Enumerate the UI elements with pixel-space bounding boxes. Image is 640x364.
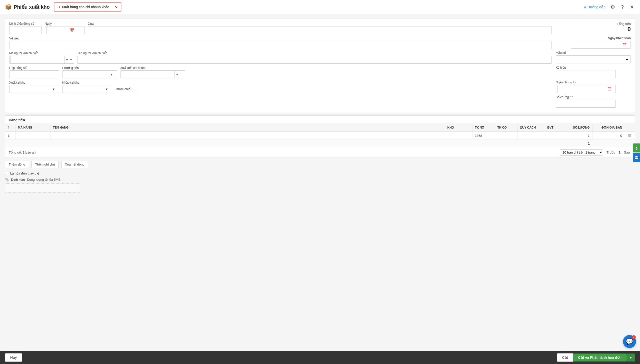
- col-ma-hang: MÃ HÀNG: [15, 124, 50, 132]
- so-chung-tu-label: Số chứng từ: [556, 95, 631, 99]
- close-chat-button[interactable]: ✕: [632, 335, 636, 339]
- summary-row: 1: [5, 140, 635, 147]
- type-dropdown-wrapper[interactable]: 1. Xuất bán hàng 2. Xuất nội bộ 3. Xuất …: [54, 2, 121, 12]
- huy-button[interactable]: Hủy: [5, 353, 22, 362]
- help-button[interactable]: ?: [620, 4, 625, 10]
- ma-hang-input[interactable]: [18, 134, 48, 138]
- table-scroll: # MÃ HÀNG TÊN HÀNG KHO TK NỢ TK CÓ QUY C…: [5, 124, 635, 147]
- cell-delete[interactable]: 🗑: [625, 132, 635, 140]
- bottom-bar: Hủy Cắt Cắt và Phát hành hóa đơn ▼: [0, 351, 640, 364]
- hop-dong-so-input[interactable]: [9, 70, 59, 78]
- so-chung-tu-input[interactable]: [556, 100, 616, 108]
- col-quy-cach: QUY CÁCH: [517, 124, 545, 132]
- tham-chieu-dots[interactable]: ...: [134, 87, 138, 91]
- ngay-hach-toan-input[interactable]: 13/10/2022 19:23:54: [572, 43, 621, 47]
- close-button[interactable]: ✕: [629, 4, 635, 10]
- lenh-dieu-dong-input[interactable]: [9, 26, 42, 34]
- ngay-input[interactable]: 13/10/2022: [47, 26, 69, 34]
- phat-hanh-button[interactable]: Cắt và Phát hành hóa đơn: [573, 354, 627, 362]
- side-chat-button[interactable]: 💬: [633, 153, 640, 162]
- cell-dvt[interactable]: [545, 132, 565, 140]
- col-dvt: ĐVT: [545, 124, 565, 132]
- ma-nguoi-van-chuyen-label: Mã người vận chuyển: [9, 52, 74, 55]
- ma-nguoi-caret-button[interactable]: ▼: [69, 58, 73, 62]
- col-tk-co: TK CÓ: [495, 124, 517, 132]
- them-dong-button[interactable]: Thêm dòng: [5, 161, 29, 168]
- per-page-select[interactable]: 20 bản ghi trên 1 trang 50 bản ghi trên …: [560, 149, 603, 156]
- pagination-controls: 20 bản ghi trên 1 trang 50 bản ghi trên …: [560, 149, 631, 156]
- main-content: Lệnh điều động số Ngày 13/10/2022 📅 Của: [0, 14, 640, 351]
- prev-page-button[interactable]: Trước: [605, 150, 616, 155]
- cat-button[interactable]: Cắt: [557, 353, 573, 362]
- nhap-tai-kho-input[interactable]: [64, 85, 104, 93]
- ma-nguoi-add-button[interactable]: +: [65, 58, 69, 62]
- xuat-tai-kho-dropdown-icon[interactable]: ▼: [52, 88, 55, 91]
- huong-dan-link[interactable]: 🖥 Hướng dẫn: [583, 5, 605, 9]
- phuong-tien-label: Phương tiện: [62, 66, 117, 70]
- settings-button[interactable]: ⚙: [609, 4, 616, 10]
- ten-hang-input[interactable]: [53, 134, 442, 138]
- dinh-kem-row: 📎 Đính kèm Dung lượng tối đa 5MB: [5, 177, 635, 182]
- total-records: Tổng số: 1 bản ghi: [9, 150, 36, 154]
- dinh-kem-dropzone[interactable]: [5, 184, 80, 192]
- kho-input[interactable]: [448, 134, 470, 138]
- cell-ten-hang[interactable]: [50, 132, 445, 140]
- cell-quy-cach[interactable]: [517, 132, 545, 140]
- side-arrow-button[interactable]: ❯: [633, 144, 640, 152]
- xoa-het-dong-button[interactable]: Xóa hết dòng: [61, 161, 88, 168]
- them-ghi-chu-button[interactable]: Thêm ghi chú: [32, 161, 59, 168]
- phuong-tien-input[interactable]: [64, 70, 109, 78]
- dvt-input[interactable]: [547, 134, 562, 138]
- phat-hanh-label: Cắt và Phát hành hóa đơn: [578, 356, 622, 360]
- dinh-kem-label: Đính kèm: [11, 178, 25, 182]
- delete-row-button[interactable]: 🗑: [628, 133, 632, 138]
- xuat-den-chi-nhanh-dropdown-icon[interactable]: ▼: [175, 73, 179, 76]
- hang-tien-section: Hàng tiền # MÃ HÀNG TÊN HÀNG KHO TK NỢ T…: [5, 115, 635, 158]
- ve-viec-label: Về việc: [9, 37, 552, 40]
- cell-ma-hang[interactable]: [15, 132, 50, 140]
- cell-tk-no: 1368: [472, 132, 495, 140]
- type-select[interactable]: 1. Xuất bán hàng 2. Xuất nội bộ 3. Xuất …: [57, 5, 118, 9]
- phat-hanh-arrow-button[interactable]: ▼: [626, 354, 635, 362]
- ten-nguoi-van-chuyen-input[interactable]: [77, 56, 552, 64]
- checkbox-row: Là hóa đơn thay thế: [5, 170, 635, 177]
- col-stt: #: [5, 124, 15, 132]
- table-header-row: # MÃ HÀNG TÊN HÀNG KHO TK NỢ TK CÓ QUY C…: [5, 124, 635, 132]
- ngay-label: Ngày: [45, 22, 85, 26]
- cua-input[interactable]: [88, 26, 552, 34]
- mau-so-select[interactable]: [557, 56, 629, 64]
- tk-co-input[interactable]: [498, 134, 515, 138]
- ve-viec-input[interactable]: Xuất hàng cho chi nhánh khác: [9, 41, 552, 49]
- chat-bubble[interactable]: 💬 ✕: [623, 335, 636, 348]
- ky-hieu-label: Ký hiệu: [556, 66, 631, 70]
- page-title-text: Phiếu xuất kho: [14, 4, 50, 10]
- lenh-dieu-dong-label: Lệnh điều động số: [9, 22, 42, 26]
- phuong-tien-dropdown-icon[interactable]: ▼: [110, 73, 113, 76]
- cell-don-gia-ban: 0: [592, 132, 625, 140]
- la-hoa-don-label[interactable]: Là hóa đơn thay thế: [10, 172, 39, 175]
- cell-so-luong: 1: [565, 132, 592, 140]
- tong-tien-value: 0: [627, 26, 631, 33]
- quy-cach-input[interactable]: [520, 134, 542, 138]
- col-actions: [625, 124, 635, 132]
- ngay-chung-tu-calendar-icon[interactable]: 📅: [607, 87, 611, 91]
- ma-nguoi-van-chuyen-input[interactable]: [11, 56, 65, 64]
- xuat-den-chi-nhanh-input[interactable]: [122, 70, 174, 78]
- next-page-button[interactable]: Sau: [622, 150, 631, 155]
- cell-tk-co[interactable]: [495, 132, 517, 140]
- chat-bubble-icon: 💬: [626, 338, 633, 345]
- col-don-gia-ban: ĐƠN GIÁ BÁN: [592, 124, 625, 132]
- ngay-hach-toan-calendar-icon[interactable]: 📅: [622, 43, 626, 47]
- tham-chieu-label: Tham chiếu: [115, 87, 132, 91]
- ky-hieu-input[interactable]: [556, 70, 616, 78]
- la-hoa-don-checkbox[interactable]: [5, 172, 8, 175]
- xuat-tai-kho-input[interactable]: [11, 85, 51, 93]
- phieu-xuat-kho-icon: 📦: [5, 4, 12, 10]
- ngay-chung-tu-input[interactable]: 13/10/2022: [557, 85, 606, 93]
- nhap-tai-kho-dropdown-icon[interactable]: ▼: [105, 88, 108, 91]
- cell-kho[interactable]: [445, 132, 472, 140]
- right-form-col: Tổng tiền 0 Ngày hạch toán 13/10/2022 19…: [556, 22, 631, 108]
- current-page: 1: [619, 150, 620, 154]
- ngay-calendar-icon[interactable]: 📅: [70, 28, 74, 32]
- pagination-bar: Tổng số: 1 bản ghi 20 bản ghi trên 1 tra…: [5, 147, 635, 158]
